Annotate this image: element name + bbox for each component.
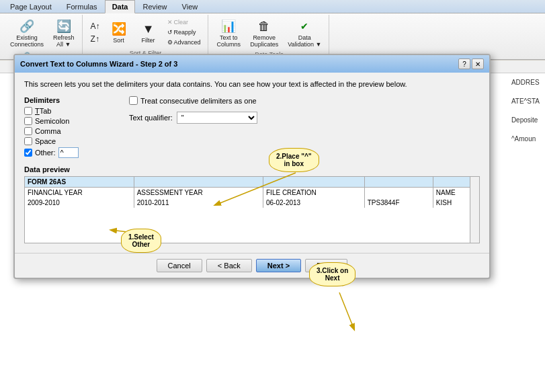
other-label: Other: [35,149,56,157]
preview-header-row: FORM 26AS [25,177,479,188]
sort-za-icon: Z↑ [91,34,99,44]
sort-button[interactable]: 🔀 Sort [106,19,132,46]
tab-checkbox-row: TTab [24,107,118,115]
data-validation-button[interactable]: ✔ Data Validation ▼ [284,16,325,50]
cancel-button[interactable]: Cancel [157,259,202,272]
text-qualifier-select[interactable]: " [177,112,257,124]
dialog: Convert Text to Columns Wizard - Step 2 … [13,54,491,279]
tab-view[interactable]: View [175,0,206,13]
text-qualifier-label: Text qualifier: [129,114,173,122]
preview-cell-1-1: FINANCIAL YEAR [25,188,134,198]
dialog-title: Convert Text to Columns Wizard - Step 2 … [20,60,177,68]
clear-icon: ✕ [167,19,173,26]
annotation-1: 1.Select Other [121,229,161,253]
preview-header-cell-4 [364,177,433,188]
preview-scrollbar[interactable] [470,177,479,243]
tab-formulas[interactable]: Formulas [59,0,105,13]
space-checkbox-row: Space [24,137,118,145]
ribbon: Page Layout Formulas Data Review View 🔗 … [0,0,545,60]
tab-checkbox[interactable] [24,107,32,115]
dialog-titlebar: Convert Text to Columns Wizard - Step 2 … [15,55,489,73]
space-checkbox[interactable] [24,137,32,145]
space-label: Space [35,137,56,145]
preview-row-1: FINANCIAL YEAR ASSESSMENT YEAR FILE CREA… [25,188,479,198]
advanced-button[interactable]: ⚙ Advanced [165,38,204,47]
back-button[interactable]: < Back [206,259,252,272]
data-tools-btns: 📊 Text to Columns 🗑 Remove Duplicates ✔ … [214,16,325,50]
side-label-2: ATE^STA [511,92,540,111]
dialog-footer: Cancel < Back Next > Finish [15,253,489,278]
preview-cell-2-2: 2010-2011 [134,198,263,208]
treat-consecutive-checkbox[interactable] [129,96,138,105]
preview-header-cell-3 [263,177,365,188]
delimiters-left: Delimiters TTab Semicolon Comma Space [24,96,118,160]
filter-button[interactable]: ▼ Filter [135,19,162,46]
ribbon-tabs: Page Layout Formulas Data Review View [0,0,545,13]
preview-cell-2-1: 2009-2010 [25,198,134,208]
preview-cell-2-4: TPS3844F [364,198,433,208]
reapply-icon: ↺ [167,29,173,36]
preview-cell-2-3: 06-02-2013 [263,198,365,208]
remove-duplicates-icon: 🗑 [256,18,272,34]
semicolon-checkbox[interactable] [24,117,32,125]
preview-header-cell-1: FORM 26AS [25,177,134,188]
delimiters-label: Delimiters [24,96,118,104]
dialog-window-controls: ? ✕ [458,58,484,69]
dialog-body: This screen lets you set the delimiters … [15,73,489,250]
ribbon-group-connections: 🔗 Existing Connections 🔄 Refresh All ▼ 🔗… [3,15,83,58]
annotation-2-line1: 2.Place "^" [276,153,312,160]
data-preview-label: Data preview [24,165,480,173]
annotation-2: 2.Place "^" in box [269,148,319,172]
filter-options: ✕ Clear ↺ Reapply ⚙ Advanced [165,17,204,47]
preview-cell-1-4 [364,188,433,198]
preview-header-cell-2 [134,177,263,188]
data-preview[interactable]: FORM 26AS FINANCIAL YEAR ASSESSMENT YEAR… [24,176,480,243]
comma-checkbox[interactable] [24,127,32,135]
preview-row-2: 2009-2010 2010-2011 06-02-2013 TPS3844F … [25,198,479,208]
semicolon-label: Semicolon [35,117,69,125]
text-to-columns-button[interactable]: 📊 Text to Columns [214,16,245,50]
next-button[interactable]: Next > [256,259,301,272]
treat-consecutive-row: Treat consecutive delimiters as one [129,96,480,105]
tab-data[interactable]: Data [105,0,136,13]
connections-icon: 🔗 [19,18,35,34]
preview-table: FORM 26AS FINANCIAL YEAR ASSESSMENT YEAR… [25,177,479,208]
ribbon-group-data-tools: 📊 Text to Columns 🗑 Remove Duplicates ✔ … [210,15,330,58]
preview-cell-1-3: FILE CREATION [263,188,365,198]
comma-label: Comma [35,127,61,135]
refresh-icon: 🔄 [56,18,72,34]
sort-az-button[interactable]: A↑ [88,20,103,32]
dialog-help-button[interactable]: ? [458,58,470,69]
treat-consecutive-label: Treat consecutive delimiters as one [140,97,257,105]
other-checkbox-row: Other: [24,147,118,158]
annotation-3-line1: 3.Click on [317,267,348,274]
comma-checkbox-row: Comma [24,127,118,135]
sort-buttons: A↑ Z↑ [88,20,103,45]
refresh-all-button[interactable]: 🔄 Refresh All ▼ [50,16,78,50]
dialog-close-button[interactable]: ✕ [472,58,484,69]
delimiters-section: Delimiters TTab Semicolon Comma Space [24,96,480,160]
advanced-icon: ⚙ [167,39,173,46]
tab-label: TTab [35,107,51,115]
tab-page-layout[interactable]: Page Layout [3,0,59,13]
existing-connections-button[interactable]: 🔗 Existing Connections [7,16,47,50]
clear-button[interactable]: ✕ Clear [165,17,204,27]
sort-icon: 🔀 [111,21,127,37]
other-value-input[interactable] [58,147,79,158]
annotation-1-line1: 1.Select [128,233,154,241]
dialog-description: This screen lets you set the delimiters … [24,79,480,89]
remove-duplicates-button[interactable]: 🗑 Remove Duplicates [247,16,282,50]
semicolon-checkbox-row: Semicolon [24,117,118,125]
text-to-columns-icon: 📊 [220,18,237,34]
annotation-1-line2: Other [128,241,154,248]
reapply-button[interactable]: ↺ Reapply [165,28,204,37]
annotation-2-line2: in box [276,160,312,167]
other-checkbox[interactable] [24,149,32,157]
tab-review[interactable]: Review [135,0,174,13]
preview-cell-1-2: ASSESSMENT YEAR [134,188,263,198]
side-label-3: Deposite [511,111,540,130]
data-validation-icon: ✔ [296,18,312,34]
sort-za-button[interactable]: Z↑ [88,33,103,45]
annotation-3: 3.Click on Next [309,262,355,286]
filter-icon: ▼ [140,21,157,37]
